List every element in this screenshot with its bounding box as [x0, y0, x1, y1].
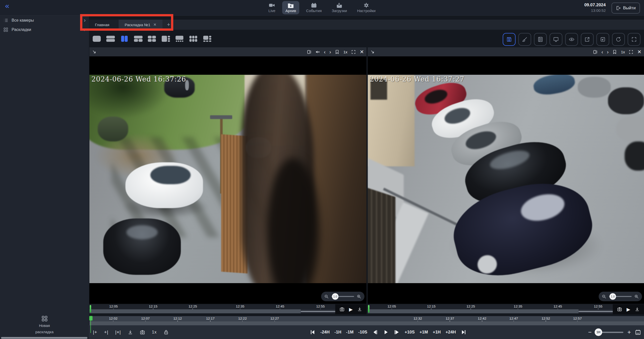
camera-1-timeline-scrollthumb[interactable]	[301, 311, 335, 312]
zoom-out-icon[interactable]	[602, 294, 606, 299]
camera-2-playhead[interactable]	[368, 305, 369, 313]
nav-settings[interactable]: Настройки	[354, 1, 379, 14]
mark-out-button[interactable]: +|	[104, 330, 108, 335]
zoom-out-icon[interactable]	[324, 294, 329, 299]
snapshot-icon[interactable]	[140, 330, 145, 335]
zoom-slider-knob[interactable]: 1.0	[332, 293, 338, 300]
download-icon[interactable]	[357, 307, 362, 312]
camera-speed-label[interactable]: 1x	[343, 50, 347, 54]
refresh-button[interactable]	[612, 33, 625, 46]
add-tab-button[interactable]: +	[162, 20, 175, 30]
frame-ratio-icon[interactable]	[307, 50, 312, 54]
camera-2-timeline-track[interactable]	[368, 309, 644, 313]
global-timeline-scrollbar[interactable]	[89, 321, 644, 325]
back-1h-button[interactable]: -1H	[334, 330, 341, 335]
sidebar-collapse-icon[interactable]: «	[5, 2, 9, 10]
timeline-zoom-in-button[interactable]: +	[627, 329, 631, 335]
drag-corner-icon[interactable]	[92, 50, 97, 54]
new-layout-button[interactable]: Новая раскладка	[0, 315, 89, 334]
global-playhead[interactable]	[89, 316, 93, 321]
zoom-in-icon[interactable]	[634, 294, 639, 299]
shrink-button[interactable]	[596, 33, 609, 46]
bookmark-icon[interactable]	[612, 50, 617, 54]
tab-layout-1[interactable]: Раскладка №1 ✕	[119, 20, 162, 30]
jump-start-icon[interactable]	[310, 329, 316, 335]
save-layout-button[interactable]	[503, 33, 516, 46]
frame-ratio-icon[interactable]	[593, 50, 598, 54]
download-icon[interactable]	[635, 307, 640, 312]
camera-2-video[interactable]: 2024-06-26 Wed 16:37:27 1.0	[368, 56, 644, 304]
layout-4-button[interactable]	[147, 35, 157, 43]
timeline-range-knob[interactable]: 1H	[595, 328, 602, 336]
drag-corner-icon[interactable]	[370, 50, 375, 54]
camera-1-playhead[interactable]	[90, 305, 91, 313]
camera-speed-label[interactable]: 1x	[621, 50, 625, 54]
fullscreen-button[interactable]	[628, 33, 640, 46]
play-icon[interactable]	[383, 329, 389, 335]
report-button[interactable]	[534, 33, 547, 46]
display-button[interactable]	[550, 33, 562, 46]
fwd-1h-button[interactable]: +1H	[433, 330, 441, 335]
play-icon[interactable]: ▶	[349, 307, 353, 312]
camera-1-timeline-track[interactable]	[89, 309, 366, 313]
snapshot-icon[interactable]	[340, 307, 345, 312]
close-camera-icon[interactable]: ✕	[360, 49, 364, 54]
download-icon[interactable]	[128, 330, 133, 335]
layout-6-button[interactable]	[189, 35, 198, 43]
step-forward-icon[interactable]	[394, 329, 400, 335]
nav-live[interactable]: Live	[265, 1, 279, 14]
next-frame-icon[interactable]: ›	[329, 49, 331, 54]
close-camera-icon[interactable]: ✕	[637, 49, 641, 54]
camera-1-video[interactable]: 2024-06-26 Wed 16:37:26 1.0	[89, 56, 366, 304]
sidebar-item-all-cameras[interactable]: Все камеры ›	[0, 16, 89, 25]
speed-button[interactable]: 1x	[152, 330, 157, 334]
clear-button[interactable]	[518, 33, 531, 46]
expand-icon[interactable]	[351, 50, 356, 54]
mute-icon[interactable]	[315, 50, 320, 54]
layout-1-button[interactable]	[92, 35, 101, 43]
global-timeline-labels[interactable]: 12:02 12:07 12:12 12:17 12:22 12:27 12:3…	[89, 316, 644, 321]
nav-downloads[interactable]: Загрузки	[328, 1, 350, 14]
tab-home[interactable]: Главная	[89, 20, 119, 30]
layout-1-plus-4-button[interactable]	[175, 35, 185, 43]
fwd-10s-button[interactable]: +10S	[404, 330, 415, 335]
zoom-slider-knob[interactable]: 1.0	[609, 293, 616, 300]
calendar-icon[interactable]	[635, 329, 641, 335]
bookmark-icon[interactable]	[335, 50, 340, 54]
layout-2-horizontal-button[interactable]	[106, 35, 115, 43]
sidebar-scrollbar[interactable]	[1, 337, 87, 339]
close-tab-icon[interactable]: ✕	[153, 22, 157, 27]
zoom-slider[interactable]: 1.0	[331, 296, 354, 297]
export-button[interactable]	[581, 33, 594, 46]
layout-1-plus-2-button[interactable]	[133, 35, 143, 43]
layout-1-plus-5-button[interactable]	[203, 35, 212, 43]
layout-1-plus-3-button[interactable]	[161, 35, 171, 43]
camera-2-timeline-scrollthumb[interactable]	[579, 311, 613, 312]
snapshot-icon[interactable]	[617, 307, 622, 312]
next-frame-icon[interactable]: ›	[607, 49, 609, 54]
fwd-1m-button[interactable]: +1M	[420, 330, 428, 335]
logout-button[interactable]: Выйти	[612, 3, 640, 14]
nav-archive[interactable]: Архив	[282, 1, 299, 14]
sidebar-item-layouts[interactable]: Раскладки ›	[0, 25, 89, 34]
jump-end-icon[interactable]	[461, 329, 467, 335]
zoom-in-icon[interactable]	[357, 294, 361, 299]
prev-frame-icon[interactable]: ‹	[324, 49, 326, 54]
back-10s-button[interactable]: -10S	[358, 330, 367, 335]
fwd-24h-button[interactable]: +24H	[446, 330, 456, 335]
step-back-icon[interactable]	[372, 329, 378, 335]
expand-icon[interactable]	[629, 50, 633, 54]
clear-marks-button[interactable]: |×|	[115, 330, 121, 335]
nav-events[interactable]: События	[303, 1, 325, 14]
play-icon[interactable]: ▶	[627, 307, 630, 312]
lock-icon[interactable]	[163, 330, 169, 335]
prev-frame-icon[interactable]: ‹	[601, 49, 603, 54]
visibility-button[interactable]	[565, 33, 578, 46]
layout-2-vertical-button-active[interactable]	[120, 35, 129, 43]
mark-in-button[interactable]: |+	[93, 330, 97, 335]
zoom-slider[interactable]: 1.0	[609, 296, 632, 297]
timeline-zoom-out-button[interactable]: −	[588, 329, 592, 335]
timeline-range-slider[interactable]: 1H	[596, 332, 623, 333]
back-24h-button[interactable]: -24H	[320, 330, 330, 335]
back-1m-button[interactable]: -1M	[346, 330, 353, 335]
